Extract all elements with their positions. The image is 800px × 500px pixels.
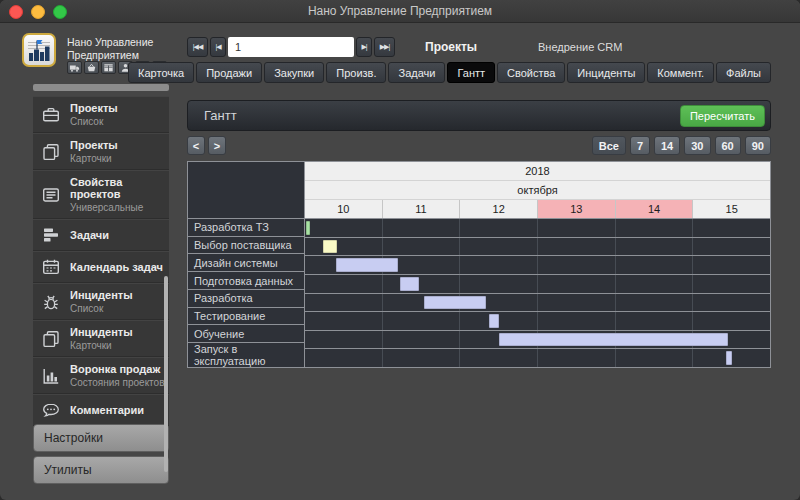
task-label: Выбор поставщика xyxy=(188,237,304,255)
tab-purchases[interactable]: Закупки xyxy=(264,62,324,83)
sidebar-item-text: Свойства проектовУниверсальные xyxy=(70,176,169,213)
day-header-14: 14 xyxy=(616,200,694,218)
tab-incidents[interactable]: Инциденты xyxy=(567,62,645,83)
tab-comments[interactable]: Коммент. xyxy=(647,62,714,83)
task-row xyxy=(305,312,770,331)
sidebar-item-text: ИнцидентыСписок xyxy=(70,289,133,314)
gantt-table: Разработка ТЗВыбор поставщикаДизайн сист… xyxy=(187,161,771,368)
record-pager: |◀◀ |◀ ▶| ▶▶| xyxy=(187,37,395,57)
sidebar-divider xyxy=(33,84,169,91)
sidebar-item-incidents-cards[interactable]: ИнцидентыКарточки xyxy=(33,320,169,357)
sidebar-item-subtitle: Универсальные xyxy=(70,202,169,213)
sidebar-item-incidents-list[interactable]: ИнцидентыСписок xyxy=(33,283,169,320)
sidebar-item-text: Задачи xyxy=(70,229,109,241)
box-icon xyxy=(103,63,114,73)
gantt-range-row: < > Все714306090 xyxy=(187,136,771,155)
gantt-bar[interactable] xyxy=(726,351,732,365)
sidebar-button-utilities[interactable]: Утилиты xyxy=(33,456,169,484)
mini-toolbar-basket-button[interactable] xyxy=(84,61,99,74)
sidebar-item-subtitle: Состояния проектов xyxy=(70,377,164,388)
range-button-14[interactable]: 14 xyxy=(654,136,680,155)
range-button-60[interactable]: 60 xyxy=(715,136,741,155)
gantt-bar[interactable] xyxy=(489,314,499,328)
chart-icon xyxy=(41,366,63,386)
app-name-line1: Нано Управление xyxy=(67,36,153,49)
day-header-13: 13 xyxy=(538,200,616,218)
gantt-nav-buttons: < > xyxy=(187,136,226,155)
range-button-7[interactable]: 7 xyxy=(630,136,650,155)
task-row xyxy=(305,275,770,294)
task-label: Запуск в эксплуатацию xyxy=(188,343,304,367)
sidebar-item-projects-list[interactable]: ПроектыСписок xyxy=(33,96,169,133)
record-title: Внедрение CRM xyxy=(538,41,622,53)
sidebar-item-title: Воронка продаж xyxy=(70,363,164,375)
sidebar-item-text: Воронка продажСостояния проектов xyxy=(70,363,164,388)
task-column-header xyxy=(188,162,304,219)
task-row xyxy=(305,331,770,350)
task-name-column-wrap: Разработка ТЗВыбор поставщикаДизайн сист… xyxy=(188,162,305,367)
sidebar-item-text: ИнцидентыКарточки xyxy=(70,326,133,351)
tab-bar: КарточкаПродажиЗакупкиПроизв.ЗадачиГантт… xyxy=(187,62,771,83)
gantt-bar[interactable] xyxy=(400,277,419,291)
gantt-bar[interactable] xyxy=(424,296,486,310)
mini-toolbar-truck-button[interactable] xyxy=(67,61,82,74)
scroll-right-button[interactable]: > xyxy=(208,136,226,155)
app-name: Нано Управление Предприятием xyxy=(67,36,153,61)
sidebar-item-title: Проекты xyxy=(70,139,118,151)
pager-first-button[interactable]: |◀◀ xyxy=(187,37,208,57)
sidebar-item-text: ПроектыСписок xyxy=(70,102,118,127)
gantt-panel-header: Гантт Пересчитать xyxy=(187,100,771,131)
sidebar-item-projects-cards[interactable]: ПроектыКарточки xyxy=(33,133,169,170)
task-row xyxy=(305,294,770,313)
sidebar-item-task-calendar[interactable]: Календарь задач xyxy=(33,251,169,283)
cards-icon xyxy=(41,142,63,162)
tab-card[interactable]: Карточка xyxy=(128,62,194,83)
sidebar-item-tasks[interactable]: Задачи xyxy=(33,219,169,251)
tab-tasks[interactable]: Задачи xyxy=(388,62,445,83)
sidebar-scrollbar[interactable] xyxy=(164,276,168,472)
gantt-rows-area xyxy=(305,219,770,367)
gantt-chart-column: 2018 октября 101112131415 xyxy=(305,162,770,367)
tab-sales[interactable]: Продажи xyxy=(196,62,262,83)
sidebar-item-title: Свойства проектов xyxy=(70,176,169,200)
sidebar-list: ПроектыСписокПроектыКарточкиСвойства про… xyxy=(33,96,169,426)
gantt-bar[interactable] xyxy=(306,221,310,235)
scroll-left-button[interactable]: < xyxy=(187,136,205,155)
sidebar-item-title: Задачи xyxy=(70,229,109,241)
tab-properties[interactable]: Свойства xyxy=(497,62,565,83)
tab-production[interactable]: Произв. xyxy=(326,62,386,83)
mini-toolbar-box-button[interactable] xyxy=(101,61,116,74)
pager-last-button[interactable]: ▶▶| xyxy=(374,37,395,57)
tab-files[interactable]: Файлы xyxy=(716,62,771,83)
range-button-90[interactable]: 90 xyxy=(745,136,771,155)
sidebar-item-title: Инциденты xyxy=(70,289,133,301)
gantt-bar[interactable] xyxy=(323,240,337,254)
sidebar-button-settings[interactable]: Настройки xyxy=(33,424,169,452)
sidebar-footer: НастройкиУтилиты xyxy=(33,424,169,484)
recalculate-button[interactable]: Пересчитать xyxy=(680,105,765,127)
gantt-bar[interactable] xyxy=(336,258,398,272)
record-number-input[interactable] xyxy=(228,37,354,57)
calendar-icon xyxy=(41,257,63,277)
gantt-bar[interactable] xyxy=(499,333,728,347)
range-button-all[interactable]: Все xyxy=(592,136,626,155)
sidebar-item-comments[interactable]: Комментарии xyxy=(33,394,169,426)
day-header-12: 12 xyxy=(460,200,538,218)
bug-icon xyxy=(41,292,63,312)
tasks-icon xyxy=(41,225,63,245)
task-label: Обучение xyxy=(188,325,304,343)
sidebar-item-sales-funnel[interactable]: Воронка продажСостояния проектов xyxy=(33,357,169,394)
truck-icon xyxy=(69,63,80,73)
sidebar-item-title: Проекты xyxy=(70,102,118,114)
tab-gantt[interactable]: Гантт xyxy=(447,62,495,83)
pager-prev-button[interactable]: |◀ xyxy=(210,37,226,57)
range-button-30[interactable]: 30 xyxy=(684,136,710,155)
pager-next-button[interactable]: ▶| xyxy=(356,37,372,57)
sidebar-item-title: Календарь задач xyxy=(70,261,163,273)
day-header-11: 11 xyxy=(383,200,461,218)
sidebar-item-project-properties[interactable]: Свойства проектовУниверсальные xyxy=(33,170,169,219)
task-row xyxy=(305,238,770,257)
sidebar-item-text: ПроектыКарточки xyxy=(70,139,118,164)
calendar-days-row: 101112131415 xyxy=(305,200,770,219)
briefcase-icon xyxy=(41,105,63,125)
